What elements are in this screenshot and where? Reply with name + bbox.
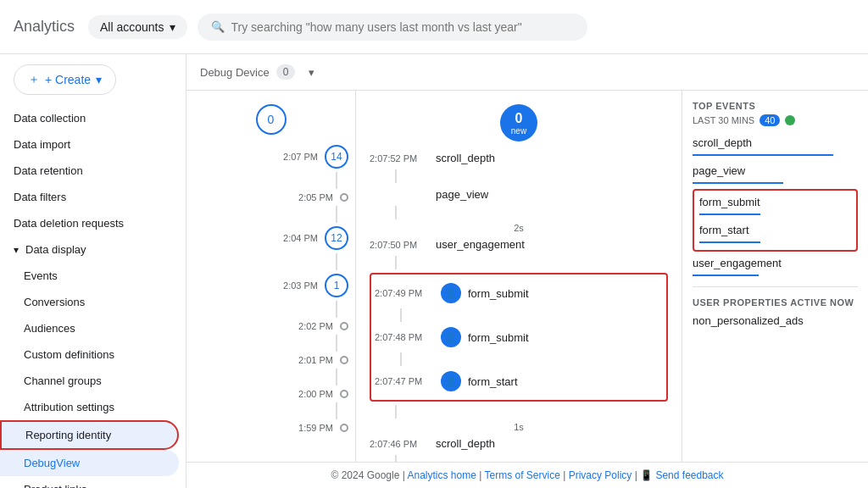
panel-event-item[interactable]: form_start [699,220,851,240]
sidebar-item-debugview[interactable]: DebugView [0,450,179,476]
panel-event-bar [699,214,760,215]
timeline-entry: 2:04 PM 12 [193,226,348,250]
debug-device-count: 0 [276,64,296,80]
main-content: Debug Device 0 ▾ 0 2:07 PM 14 2:05 PM [186,54,868,488]
footer-terms[interactable]: Terms of Service [484,469,559,481]
panel-event-name: user_engagement [693,257,782,269]
sidebar-item-data-deletion[interactable]: Data deletion requests [0,210,179,236]
event-user-icon: 👤 [441,283,461,303]
panel-event-item[interactable]: user_engagement [693,253,858,273]
footer-copy: © 2024 Google [331,469,399,481]
event-label[interactable]: form_submit [468,331,529,344]
timeline-bubble-small[interactable] [340,322,348,330]
event-label[interactable]: user_engagement [436,238,525,251]
event-label[interactable]: form_submit [468,287,529,300]
create-button[interactable]: ＋ + Create ▾ [14,64,116,95]
event-label[interactable]: page_view [436,188,488,201]
sidebar-item-data-import[interactable]: Data import [0,131,179,158]
event-entry: 2:07:46 PM scroll_depth [370,437,668,450]
timeline-bubble-small[interactable] [340,390,348,398]
user-property-item: non_personalized_ads [693,311,858,330]
timeline-connector [336,335,337,352]
panel-highlighted-box: form_submit form_start [693,189,858,252]
panel-event-item[interactable]: page_view [693,161,858,180]
sidebar-item-data-retention[interactable]: Data retention [0,158,179,184]
event-connector [400,308,402,322]
panel-event-bar [699,241,760,243]
event-entry: 2:07:47 PM 👤 form_start [375,371,663,391]
main-layout: ＋ + Create ▾ Data collection Data import… [0,54,868,488]
event-connector [395,455,397,462]
timeline-time: 2:02 PM [287,321,333,331]
top-events-title: TOP EVENTS [693,101,858,111]
footer-privacy[interactable]: Privacy Policy [569,469,632,481]
event-time: 2:07:49 PM [375,288,434,298]
timeline-time: 2:04 PM [272,233,318,243]
event-entry: 2:07:52 PM scroll_depth [370,152,668,164]
debug-device-badge: Debug Device 0 [200,64,295,80]
event-time: 2:07:47 PM [375,376,434,386]
page-footer: © 2024 Google | Analytics home | Terms o… [186,462,868,488]
footer-analytics-home[interactable]: Analytics home [408,469,476,481]
timeline-time: 2:07 PM [272,152,318,162]
event-time: 2:07:52 PM [370,153,429,164]
sidebar-group-data-display[interactable]: ▾ Data display [0,236,186,263]
footer-feedback[interactable]: Send feedback [655,469,723,481]
live-indicator [785,115,795,125]
sidebar-item-conversions[interactable]: Conversions [0,289,179,315]
chevron-down-icon: ▾ [96,73,102,86]
timeline-bubble-small[interactable] [340,356,348,364]
top-events-count-badge: 40 [760,114,780,126]
sidebar-item-product-links[interactable]: Product links [0,476,179,488]
panel-event-bar [693,154,833,156]
top-events-subtitle: LAST 30 MINS 40 [693,114,858,126]
user-props-title: USER PROPERTIES ACTIVE NOW [693,297,858,308]
sidebar: ＋ + Create ▾ Data collection Data import… [0,54,186,488]
panel-event-item[interactable]: scroll_depth [693,133,858,152]
event-time: 2:07:48 PM [375,332,434,342]
timeline-bubble-small[interactable] [340,193,348,202]
panel-event-name: form_start [699,224,749,236]
timeline-connector [336,206,337,223]
timeline-bubble-small[interactable] [340,424,348,432]
timeline-connector [336,172,337,189]
event-connector [395,169,397,183]
sidebar-item-custom-definitions[interactable]: Custom definitions [0,341,179,368]
timeline-bubble[interactable]: 14 [325,145,348,169]
event-label[interactable]: form_start [468,375,518,388]
timeline-column: 0 2:07 PM 14 2:05 PM 2:04 PM 12 [186,91,356,462]
sidebar-item-data-collection[interactable]: Data collection [0,105,179,131]
event-connector [395,405,397,419]
debug-toolbar: Debug Device 0 ▾ [186,54,868,91]
event-gap: 1s [370,422,668,432]
event-entry: page_view [370,188,668,201]
timeline-entry: 1:59 PM [193,423,348,433]
sidebar-item-reporting-identity[interactable]: Reporting identity [0,420,179,450]
timeline-time: 2:03 PM [272,280,318,291]
panel-event-bar [693,182,783,184]
event-time: 2:07:50 PM [370,240,429,250]
panel-event-name: scroll_depth [693,136,752,149]
event-user-icon: 👤 [441,327,461,347]
search-input[interactable] [231,20,574,34]
timeline-bubble[interactable]: 12 [325,226,348,250]
timeline-bubble[interactable]: 1 [325,274,348,297]
event-connector [395,206,397,219]
sidebar-item-data-filters[interactable]: Data filters [0,184,179,210]
account-selector-label: All accounts [100,20,164,34]
device-bubble-label: new [511,126,526,136]
event-label[interactable]: scroll_depth [436,152,495,164]
sidebar-item-attribution-settings[interactable]: Attribution settings [0,394,179,420]
sidebar-item-channel-groups[interactable]: Channel groups [0,368,179,394]
event-gap: 2s [370,223,668,233]
timeline-time: 2:01 PM [287,355,333,365]
event-label[interactable]: scroll_depth [436,437,495,450]
account-selector-button[interactable]: All accounts ▾ [88,15,186,39]
panel-event-item[interactable]: form_submit [699,192,851,212]
panel-divider [693,286,858,287]
event-entry: 2:07:48 PM 👤 form_submit [375,327,663,347]
search-icon: 🔍 [211,20,225,33]
sidebar-item-events[interactable]: Events [0,263,179,289]
timeline-connector [336,253,337,270]
sidebar-item-audiences[interactable]: Audiences [0,315,179,341]
